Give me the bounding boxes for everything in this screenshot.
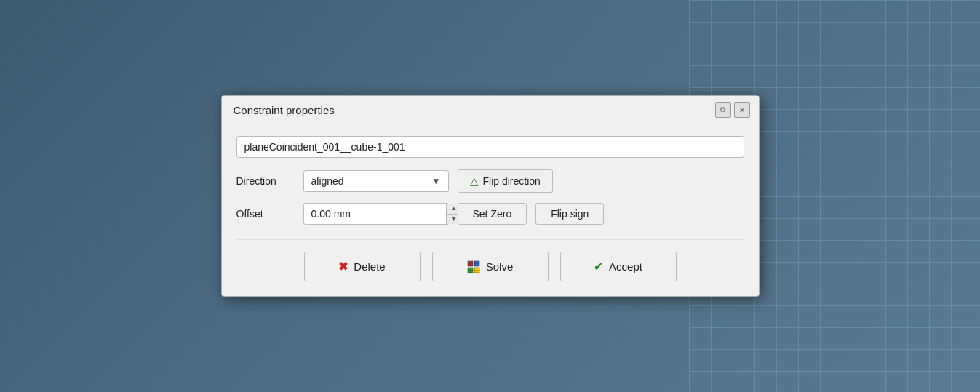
accept-button[interactable]: ✔ Accept (560, 252, 677, 281)
offset-row: Offset ▲ ▼ Set Zero Flip sign (236, 203, 744, 225)
offset-label: Offset (236, 208, 295, 220)
flip-direction-button[interactable]: △ Flip direction (458, 169, 553, 193)
dialog-titlebar: Constraint properties ⧉ ✕ (222, 96, 759, 124)
direction-label: Direction (236, 175, 295, 187)
solve-button[interactable]: Solve (432, 252, 549, 281)
flip-sign-button[interactable]: Flip sign (535, 203, 604, 225)
close-window-button[interactable]: ✕ (734, 102, 750, 118)
flip-sign-label: Flip sign (551, 208, 589, 220)
set-zero-button[interactable]: Set Zero (458, 203, 527, 225)
direction-row: Direction aligned ▼ △ Flip direction (236, 169, 744, 193)
accept-label: Accept (609, 260, 642, 273)
close-icon: ✕ (739, 106, 745, 114)
solve-icon (467, 260, 480, 273)
delete-icon: ✖ (338, 260, 348, 273)
constraint-name-input[interactable] (236, 136, 744, 158)
spinner-up-icon: ▲ (450, 205, 457, 212)
constraint-properties-dialog: Constraint properties ⧉ ✕ Direction alig… (221, 95, 760, 297)
dialog-footer: ✖ Delete (236, 239, 744, 281)
dropdown-arrow-icon: ▼ (432, 176, 441, 186)
offset-value-input[interactable] (304, 204, 446, 224)
restore-icon: ⧉ (720, 105, 725, 114)
spinner-down-icon: ▼ (450, 216, 457, 223)
direction-selected-value: aligned (311, 175, 426, 187)
delete-label: Delete (354, 260, 385, 273)
flip-direction-icon: △ (470, 175, 479, 188)
flip-direction-label: Flip direction (483, 175, 541, 187)
dialog-body: Direction aligned ▼ △ Flip direction Off… (222, 124, 759, 296)
restore-window-button[interactable]: ⧉ (715, 102, 731, 118)
accept-icon: ✔ (594, 260, 603, 273)
solve-label: Solve (486, 260, 514, 273)
delete-button[interactable]: ✖ Delete (304, 252, 421, 281)
dialog-window-controls: ⧉ ✕ (715, 102, 750, 118)
direction-dropdown[interactable]: aligned ▼ (303, 170, 449, 192)
set-zero-label: Set Zero (473, 208, 512, 220)
offset-input-wrapper: ▲ ▼ (303, 203, 449, 225)
dialog-title: Constraint properties (234, 104, 335, 116)
